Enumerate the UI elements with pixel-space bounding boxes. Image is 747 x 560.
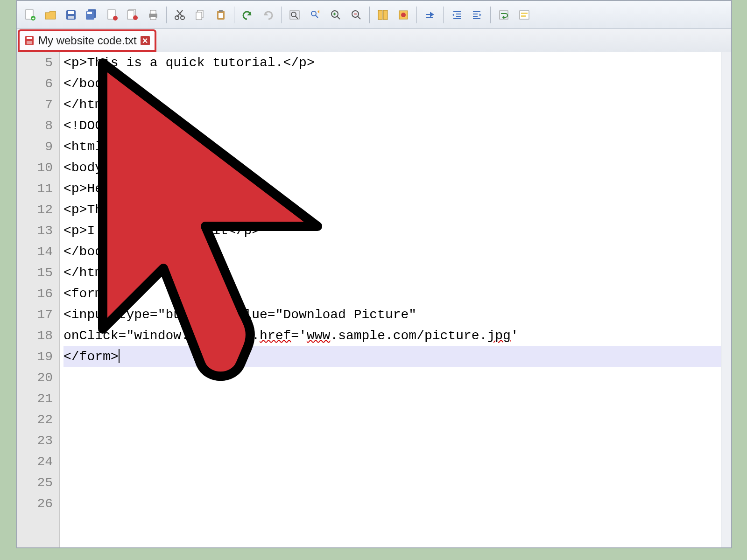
save-button[interactable]: [62, 6, 80, 24]
separator: [443, 7, 444, 23]
svg-rect-5: [68, 16, 74, 19]
code-line[interactable]: [63, 367, 731, 388]
save-all-button[interactable]: [82, 6, 101, 24]
line-number: 13: [17, 220, 53, 241]
line-number: 5: [17, 52, 53, 73]
line-number: 16: [17, 283, 53, 304]
print-button[interactable]: [144, 6, 162, 24]
code-line[interactable]: <body>: [63, 157, 731, 178]
code-line[interactable]: </html>: [63, 94, 731, 115]
svg-line-34: [358, 16, 360, 19]
code-line[interactable]: <p>Hello World.</p>: [63, 178, 731, 199]
svg-rect-12: [127, 11, 134, 19]
find-replace-button[interactable]: [306, 6, 324, 24]
code-line[interactable]: [63, 409, 731, 430]
svg-line-28: [316, 15, 318, 18]
code-line[interactable]: [63, 493, 731, 514]
line-number: 24: [17, 451, 53, 472]
line-number: 23: [17, 430, 53, 451]
code-line[interactable]: <p>This is a quick tutorial.</p>: [63, 52, 731, 73]
line-number: 22: [17, 409, 53, 430]
svg-text:+: +: [32, 16, 35, 21]
main-toolbar: +: [17, 1, 731, 29]
line-number: 9: [17, 136, 53, 157]
line-number: 21: [17, 388, 53, 409]
zoom-in-button[interactable]: [326, 6, 345, 24]
undo-button[interactable]: [238, 6, 257, 24]
tab-filename: My website code.txt: [38, 34, 137, 47]
vertical-scrollbar[interactable]: [721, 52, 731, 547]
find-button[interactable]: [285, 6, 304, 24]
editor-window: +: [16, 0, 732, 548]
line-number: 25: [17, 472, 53, 493]
zoom-out-button[interactable]: [347, 6, 366, 24]
svg-point-13: [133, 15, 138, 20]
line-number: 10: [17, 157, 53, 178]
close-button[interactable]: [103, 6, 121, 24]
svg-rect-51: [521, 13, 528, 14]
line-number: 18: [17, 325, 53, 346]
paste-button[interactable]: [211, 6, 230, 24]
code-line[interactable]: [63, 388, 731, 409]
sync-button[interactable]: [374, 6, 392, 24]
indent-left-button[interactable]: [447, 6, 466, 24]
file-tab[interactable]: My website code.txt ✕: [18, 29, 156, 52]
close-all-button[interactable]: [123, 6, 142, 24]
code-line[interactable]: [63, 430, 731, 451]
svg-rect-55: [27, 41, 32, 44]
new-file-button[interactable]: +: [21, 6, 39, 24]
separator: [234, 7, 234, 23]
svg-rect-36: [378, 10, 382, 20]
copy-button[interactable]: [191, 6, 210, 24]
svg-rect-50: [520, 11, 529, 19]
record-macro-button[interactable]: [394, 6, 413, 24]
code-area[interactable]: <p>This is a quick tutorial.</p></body><…: [60, 52, 731, 547]
highlight-button[interactable]: [515, 6, 534, 24]
svg-rect-8: [87, 12, 92, 14]
svg-rect-52: [521, 15, 526, 17]
separator: [369, 7, 370, 23]
code-line[interactable]: <p>I hope you like it</p>: [63, 220, 731, 241]
svg-rect-15: [150, 10, 156, 14]
code-line[interactable]: </body>: [63, 73, 731, 94]
tab-close-icon[interactable]: ✕: [141, 36, 150, 45]
svg-point-10: [113, 16, 118, 21]
code-editor[interactable]: 567891011121314151617181920212223242526 …: [17, 52, 731, 547]
line-number: 26: [17, 493, 53, 514]
code-line[interactable]: onClick="window.location.href='www.sampl…: [63, 325, 731, 346]
run-macro-button[interactable]: [421, 6, 439, 24]
code-line[interactable]: <p>This is my website.</p>: [63, 199, 731, 220]
svg-line-30: [337, 16, 340, 19]
code-line[interactable]: <html>: [63, 136, 731, 157]
file-icon: [24, 35, 35, 46]
svg-rect-4: [68, 11, 74, 14]
svg-point-27: [311, 11, 316, 16]
svg-point-39: [401, 13, 406, 17]
code-line[interactable]: </html>: [63, 262, 731, 283]
svg-rect-37: [383, 10, 388, 20]
redo-button[interactable]: [259, 6, 277, 24]
svg-rect-23: [218, 13, 223, 18]
code-line[interactable]: [63, 472, 731, 493]
svg-rect-20: [196, 12, 202, 20]
tab-bar: My website code.txt ✕: [17, 29, 731, 52]
line-number: 19: [17, 346, 53, 367]
line-number: 17: [17, 304, 53, 325]
line-number: 14: [17, 241, 53, 262]
separator: [416, 7, 417, 23]
code-line[interactable]: </form>: [63, 346, 731, 367]
code-line[interactable]: <form>: [63, 283, 731, 304]
word-wrap-button[interactable]: [494, 6, 513, 24]
code-line[interactable]: <!DOCTYPE html>: [63, 115, 731, 136]
line-number: 6: [17, 73, 53, 94]
svg-rect-16: [150, 17, 156, 20]
code-line[interactable]: <input type="button" value="Download Pic…: [63, 304, 731, 325]
code-line[interactable]: [63, 451, 731, 472]
line-number-gutter: 567891011121314151617181920212223242526: [17, 52, 60, 547]
open-file-button[interactable]: [41, 6, 60, 24]
separator: [490, 7, 491, 23]
separator: [166, 7, 167, 23]
indent-right-button[interactable]: [468, 6, 486, 24]
cut-button[interactable]: [170, 6, 189, 24]
code-line[interactable]: </body>: [63, 241, 731, 262]
